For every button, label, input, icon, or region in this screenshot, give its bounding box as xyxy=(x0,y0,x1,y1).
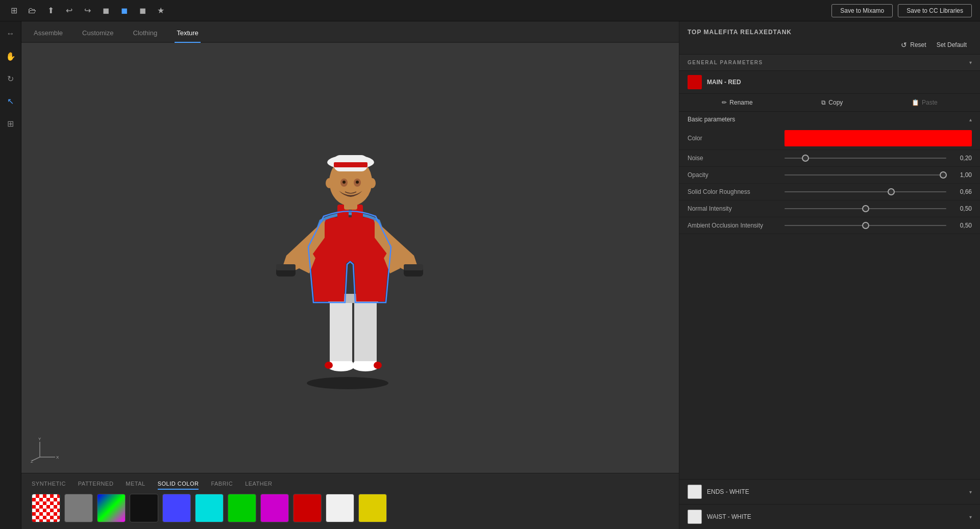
set-default-label: Set Default xyxy=(937,41,967,48)
texture-tabs: SYNTHETIC PATTERNED METAL SOLID COLOR FA… xyxy=(21,473,679,490)
general-params-section: GENERAL PARAMETERS ▾ xyxy=(679,55,980,71)
sidebar-transform-icon[interactable]: ↔ xyxy=(4,27,18,41)
general-params-chevron[interactable]: ▾ xyxy=(969,60,972,65)
waist-white-item[interactable]: WAIST - WHITE ▾ xyxy=(679,504,980,529)
reset-icon: ↺ xyxy=(901,41,907,49)
opacity-slider[interactable] xyxy=(785,170,946,180)
top-bar-right: Save to Mixamo Save to CC Libraries xyxy=(831,4,972,17)
swatch-yellow[interactable] xyxy=(358,494,387,522)
top-bar: ⊞ 🗁 ⬆ ↩ ↪ ◼ ◼ ◼ ★ Save to Mixamo Save to… xyxy=(0,0,980,21)
grid-icon[interactable]: ⊞ xyxy=(8,5,19,16)
spacer xyxy=(679,234,980,479)
roughness-slider[interactable] xyxy=(785,187,946,197)
tab-assemble[interactable]: Assemble xyxy=(32,24,65,43)
noise-value: 0,20 xyxy=(951,155,972,162)
texture-tab-solid-color[interactable]: SOLID COLOR xyxy=(158,478,199,490)
swatch-green[interactable] xyxy=(228,494,256,522)
main-color-item[interactable]: MAIN - RED xyxy=(679,71,980,94)
normal-intensity-row: Normal Intensity 0,50 xyxy=(679,200,980,217)
svg-line-29 xyxy=(32,457,40,461)
paste-button[interactable]: 📋 Paste xyxy=(912,99,938,106)
noise-slider[interactable] xyxy=(785,153,946,163)
save-cc-button[interactable]: Save to CC Libraries xyxy=(898,4,972,17)
canvas-area[interactable]: Y X Z xyxy=(21,43,679,473)
ao-slider[interactable] xyxy=(785,220,946,231)
main-layout: ↔ ✋ ↻ ↖ ⊞ Assemble Customize Clothing Te… xyxy=(0,21,980,529)
tab-texture[interactable]: Texture xyxy=(175,24,201,43)
normal-intensity-slider[interactable] xyxy=(785,204,946,214)
opacity-label: Opacity xyxy=(688,171,779,179)
basic-params: Basic parameters ▴ Color Noise 0,20 xyxy=(679,112,980,234)
waist-swatch xyxy=(688,510,702,524)
paste-label: Paste xyxy=(922,99,938,106)
viewport: Assemble Customize Clothing Texture xyxy=(21,21,679,529)
swatch-gray[interactable] xyxy=(64,494,93,522)
upload-icon[interactable]: ⬆ xyxy=(45,5,56,16)
color-picker[interactable] xyxy=(785,130,972,146)
opacity-param-row: Opacity 1,00 xyxy=(679,167,980,184)
sidebar-rotate-icon[interactable]: ↻ xyxy=(4,71,18,86)
swatch-white[interactable] xyxy=(326,494,354,522)
swatch-cyan[interactable] xyxy=(195,494,224,522)
svg-point-5 xyxy=(325,362,333,369)
general-params-label: GENERAL PARAMETERS xyxy=(688,60,763,65)
sidebar-move-icon[interactable]: ✋ xyxy=(4,49,18,63)
top-bar-left: ⊞ 🗁 ⬆ ↩ ↪ ◼ ◼ ◼ ★ xyxy=(8,5,166,16)
texture-tab-synthetic[interactable]: SYNTHETIC xyxy=(32,478,66,490)
swatch-blue[interactable] xyxy=(162,494,191,522)
svg-point-8 xyxy=(374,362,382,369)
tab-clothing[interactable]: Clothing xyxy=(131,24,160,43)
sidebar-layout-icon[interactable]: ⊞ xyxy=(4,116,18,131)
bottom-color-items: ENDS - WHITE ▾ WAIST - WHITE ▾ xyxy=(679,479,980,529)
ends-swatch xyxy=(688,485,702,499)
svg-rect-13 xyxy=(276,264,296,270)
swatch-black[interactable] xyxy=(130,494,158,522)
save-mixamo-button[interactable]: Save to Mixamo xyxy=(831,4,893,17)
swatch-magenta[interactable] xyxy=(260,494,289,522)
ends-white-item[interactable]: ENDS - WHITE ▾ xyxy=(679,479,980,504)
svg-rect-1 xyxy=(330,299,352,365)
roughness-param-row: Solid Color Roughness 0,66 xyxy=(679,184,980,200)
copy-button[interactable]: ⧉ Copy xyxy=(821,99,843,106)
basic-params-header[interactable]: Basic parameters ▴ xyxy=(679,112,980,127)
svg-point-24 xyxy=(356,181,359,184)
color-param-row: Color xyxy=(679,127,980,150)
undo-icon[interactable]: ↩ xyxy=(63,5,75,16)
texture-tab-fabric[interactable]: FABRIC xyxy=(211,478,233,490)
redo-icon[interactable]: ↪ xyxy=(82,5,93,16)
copy-icon: ⧉ xyxy=(821,99,826,106)
rename-button[interactable]: ✏ Rename xyxy=(722,99,752,106)
swatch-checker[interactable] xyxy=(32,494,60,522)
texture-tab-patterned[interactable]: PATTERNED xyxy=(78,478,114,490)
folder-icon[interactable]: 🗁 xyxy=(27,5,38,16)
ends-chevron[interactable]: ▾ xyxy=(969,489,972,495)
texture-tab-metal[interactable]: METAL xyxy=(126,478,145,490)
sidebar-cursor-icon[interactable]: ↖ xyxy=(4,94,18,108)
waist-chevron[interactable]: ▾ xyxy=(969,514,972,520)
ends-name: ENDS - WHITE xyxy=(707,488,749,495)
svg-point-23 xyxy=(342,181,346,184)
texture-tab-leather[interactable]: LEATHER xyxy=(245,478,272,490)
tab-customize[interactable]: Customize xyxy=(80,24,115,43)
cube-icon[interactable]: ◼ xyxy=(100,5,111,16)
roughness-value: 0,66 xyxy=(951,188,972,195)
swatch-red[interactable] xyxy=(293,494,322,522)
right-panel-header: TOP MALEFITA RELAXEDTANK ↺ Reset Set Def… xyxy=(679,21,980,55)
reset-button[interactable]: ↺ Reset xyxy=(901,41,926,49)
purple-cube-icon[interactable]: ◼ xyxy=(137,5,148,16)
texture-swatches xyxy=(21,490,679,526)
left-sidebar: ↔ ✋ ↻ ↖ ⊞ xyxy=(0,21,21,529)
svg-point-26 xyxy=(369,178,376,188)
right-panel: TOP MALEFITA RELAXEDTANK ↺ Reset Set Def… xyxy=(679,21,980,529)
star-icon[interactable]: ★ xyxy=(155,5,166,16)
swatch-gradient[interactable] xyxy=(97,494,126,522)
tab-bar: Assemble Customize Clothing Texture xyxy=(21,21,679,43)
paste-icon: 📋 xyxy=(912,99,919,106)
panel-actions: ↺ Reset Set Default xyxy=(688,41,972,49)
waist-name: WAIST - WHITE xyxy=(707,513,751,520)
basic-params-chevron[interactable]: ▴ xyxy=(969,117,972,122)
blue-cube-icon[interactable]: ◼ xyxy=(118,5,130,16)
roughness-label: Solid Color Roughness xyxy=(688,188,779,195)
set-default-button[interactable]: Set Default xyxy=(937,41,967,48)
texture-bar: SYNTHETIC PATTERNED METAL SOLID COLOR FA… xyxy=(21,473,679,529)
